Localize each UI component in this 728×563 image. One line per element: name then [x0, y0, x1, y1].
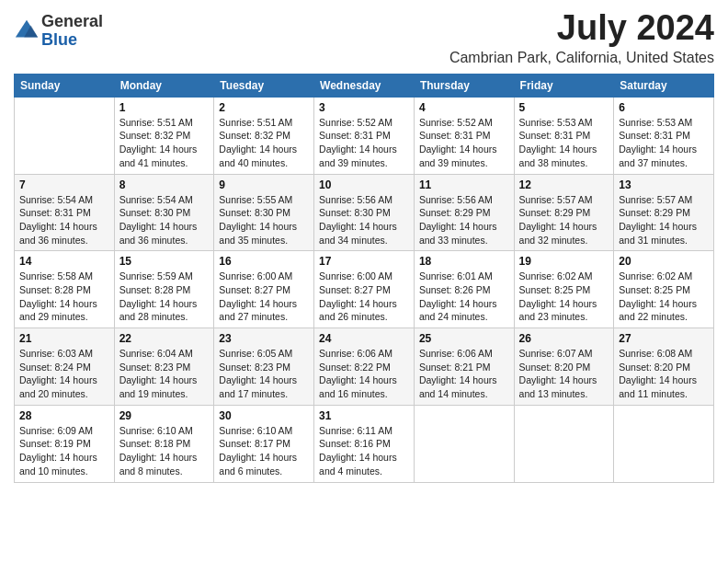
day-number: 24 — [319, 332, 409, 345]
day-number: 3 — [319, 101, 409, 114]
day-info: Sunrise: 6:02 AMSunset: 8:25 PMDaylight:… — [619, 270, 709, 324]
calendar-week-row: 7Sunrise: 5:54 AMSunset: 8:31 PMDaylight… — [15, 174, 714, 251]
day-number: 7 — [19, 178, 109, 191]
day-info: Sunrise: 5:56 AMSunset: 8:30 PMDaylight:… — [319, 193, 409, 247]
day-info: Sunrise: 6:10 AMSunset: 8:18 PMDaylight:… — [119, 424, 210, 478]
weekday-header-sunday: Sunday — [15, 74, 115, 97]
calendar-cell: 19Sunrise: 6:02 AMSunset: 8:25 PMDayligh… — [514, 251, 614, 328]
day-number: 13 — [619, 178, 709, 191]
day-number: 15 — [119, 255, 210, 268]
logo-icon — [14, 18, 40, 44]
month-title: July 2024 — [449, 9, 714, 48]
calendar-cell: 12Sunrise: 5:57 AMSunset: 8:29 PMDayligh… — [514, 174, 614, 251]
calendar-cell: 4Sunrise: 5:52 AMSunset: 8:31 PMDaylight… — [414, 97, 514, 174]
day-info: Sunrise: 5:58 AMSunset: 8:28 PMDaylight:… — [19, 270, 109, 324]
day-number: 25 — [419, 332, 509, 345]
day-number: 5 — [519, 101, 609, 114]
day-number: 29 — [119, 409, 210, 422]
calendar-cell: 28Sunrise: 6:09 AMSunset: 8:19 PMDayligh… — [15, 405, 115, 482]
calendar-cell: 3Sunrise: 5:52 AMSunset: 8:31 PMDaylight… — [314, 97, 415, 174]
day-number: 11 — [419, 178, 509, 191]
day-info: Sunrise: 5:53 AMSunset: 8:31 PMDaylight:… — [519, 116, 609, 170]
calendar-cell: 8Sunrise: 5:54 AMSunset: 8:30 PMDaylight… — [114, 174, 214, 251]
day-number: 30 — [219, 409, 309, 422]
calendar-cell: 15Sunrise: 5:59 AMSunset: 8:28 PMDayligh… — [114, 251, 214, 328]
calendar-cell: 23Sunrise: 6:05 AMSunset: 8:23 PMDayligh… — [214, 328, 314, 406]
calendar-cell: 21Sunrise: 6:03 AMSunset: 8:24 PMDayligh… — [15, 328, 115, 406]
day-number: 31 — [319, 409, 409, 422]
day-info: Sunrise: 5:51 AMSunset: 8:32 PMDaylight:… — [119, 116, 210, 170]
calendar-cell: 24Sunrise: 6:06 AMSunset: 8:22 PMDayligh… — [314, 328, 415, 406]
day-info: Sunrise: 6:07 AMSunset: 8:20 PMDaylight:… — [519, 347, 609, 401]
day-info: Sunrise: 5:59 AMSunset: 8:28 PMDaylight:… — [119, 270, 210, 324]
weekday-header-thursday: Thursday — [414, 74, 514, 97]
day-info: Sunrise: 6:00 AMSunset: 8:27 PMDaylight:… — [219, 270, 309, 324]
weekday-header-wednesday: Wednesday — [314, 74, 415, 97]
calendar-week-row: 14Sunrise: 5:58 AMSunset: 8:28 PMDayligh… — [15, 251, 714, 328]
weekday-header-monday: Monday — [114, 74, 214, 97]
day-number: 21 — [19, 332, 109, 345]
calendar-cell: 31Sunrise: 6:11 AMSunset: 8:16 PMDayligh… — [314, 405, 415, 482]
calendar-week-row: 28Sunrise: 6:09 AMSunset: 8:19 PMDayligh… — [15, 405, 714, 482]
day-info: Sunrise: 5:54 AMSunset: 8:30 PMDaylight:… — [119, 193, 210, 247]
day-info: Sunrise: 6:00 AMSunset: 8:27 PMDaylight:… — [319, 270, 409, 324]
calendar-cell: 17Sunrise: 6:00 AMSunset: 8:27 PMDayligh… — [314, 251, 415, 328]
calendar-cell: 10Sunrise: 5:56 AMSunset: 8:30 PMDayligh… — [314, 174, 415, 251]
day-info: Sunrise: 6:09 AMSunset: 8:19 PMDaylight:… — [19, 424, 109, 478]
day-info: Sunrise: 5:57 AMSunset: 8:29 PMDaylight:… — [619, 193, 709, 247]
day-number: 14 — [19, 255, 109, 268]
day-number: 8 — [119, 178, 210, 191]
day-number: 23 — [219, 332, 309, 345]
day-info: Sunrise: 5:55 AMSunset: 8:30 PMDaylight:… — [219, 193, 309, 247]
day-info: Sunrise: 5:51 AMSunset: 8:32 PMDaylight:… — [219, 116, 309, 170]
day-number: 19 — [519, 255, 609, 268]
calendar-cell: 1Sunrise: 5:51 AMSunset: 8:32 PMDaylight… — [114, 97, 214, 174]
weekday-header-tuesday: Tuesday — [214, 74, 314, 97]
calendar-cell: 25Sunrise: 6:06 AMSunset: 8:21 PMDayligh… — [414, 328, 514, 406]
day-number: 20 — [619, 255, 709, 268]
day-number: 1 — [119, 101, 210, 114]
day-info: Sunrise: 5:57 AMSunset: 8:29 PMDaylight:… — [519, 193, 609, 247]
day-info: Sunrise: 5:52 AMSunset: 8:31 PMDaylight:… — [419, 116, 509, 170]
day-number: 28 — [19, 409, 109, 422]
day-info: Sunrise: 5:52 AMSunset: 8:31 PMDaylight:… — [319, 116, 409, 170]
calendar-cell: 18Sunrise: 6:01 AMSunset: 8:26 PMDayligh… — [414, 251, 514, 328]
day-number: 12 — [519, 178, 609, 191]
calendar-cell: 11Sunrise: 5:56 AMSunset: 8:29 PMDayligh… — [414, 174, 514, 251]
calendar-header-row: SundayMondayTuesdayWednesdayThursdayFrid… — [15, 74, 714, 97]
day-number: 27 — [619, 332, 709, 345]
day-number: 16 — [219, 255, 309, 268]
day-info: Sunrise: 5:54 AMSunset: 8:31 PMDaylight:… — [19, 193, 109, 247]
weekday-header-saturday: Saturday — [614, 74, 714, 97]
calendar-cell: 26Sunrise: 6:07 AMSunset: 8:20 PMDayligh… — [514, 328, 614, 406]
calendar-cell: 14Sunrise: 5:58 AMSunset: 8:28 PMDayligh… — [15, 251, 115, 328]
day-info: Sunrise: 6:10 AMSunset: 8:17 PMDaylight:… — [219, 424, 309, 478]
calendar-table: SundayMondayTuesdayWednesdayThursdayFrid… — [14, 74, 714, 483]
day-info: Sunrise: 6:01 AMSunset: 8:26 PMDaylight:… — [419, 270, 509, 324]
title-block: July 2024 Cambrian Park, California, Uni… — [449, 9, 714, 66]
calendar-cell: 29Sunrise: 6:10 AMSunset: 8:18 PMDayligh… — [114, 405, 214, 482]
day-number: 6 — [619, 101, 709, 114]
day-info: Sunrise: 6:05 AMSunset: 8:23 PMDaylight:… — [219, 347, 309, 401]
day-info: Sunrise: 5:56 AMSunset: 8:29 PMDaylight:… — [419, 193, 509, 247]
day-info: Sunrise: 6:06 AMSunset: 8:22 PMDaylight:… — [319, 347, 409, 401]
day-info: Sunrise: 5:53 AMSunset: 8:31 PMDaylight:… — [619, 116, 709, 170]
day-number: 10 — [319, 178, 409, 191]
day-number: 22 — [119, 332, 210, 345]
day-info: Sunrise: 6:04 AMSunset: 8:23 PMDaylight:… — [119, 347, 210, 401]
calendar-week-row: 1Sunrise: 5:51 AMSunset: 8:32 PMDaylight… — [15, 97, 714, 174]
day-number: 4 — [419, 101, 509, 114]
day-info: Sunrise: 6:03 AMSunset: 8:24 PMDaylight:… — [19, 347, 109, 401]
calendar-cell: 30Sunrise: 6:10 AMSunset: 8:17 PMDayligh… — [214, 405, 314, 482]
logo-general: General — [41, 13, 103, 31]
calendar-cell — [414, 405, 514, 482]
logo-blue: Blue — [41, 31, 103, 50]
calendar-cell — [614, 405, 714, 482]
day-info: Sunrise: 6:02 AMSunset: 8:25 PMDaylight:… — [519, 270, 609, 324]
calendar-cell: 20Sunrise: 6:02 AMSunset: 8:25 PMDayligh… — [614, 251, 714, 328]
calendar-cell: 5Sunrise: 5:53 AMSunset: 8:31 PMDaylight… — [514, 97, 614, 174]
day-info: Sunrise: 6:11 AMSunset: 8:16 PMDaylight:… — [319, 424, 409, 478]
location-title: Cambrian Park, California, United States — [449, 50, 714, 66]
page-header: General Blue July 2024 Cambrian Park, Ca… — [14, 9, 714, 66]
calendar-cell: 7Sunrise: 5:54 AMSunset: 8:31 PMDaylight… — [15, 174, 115, 251]
